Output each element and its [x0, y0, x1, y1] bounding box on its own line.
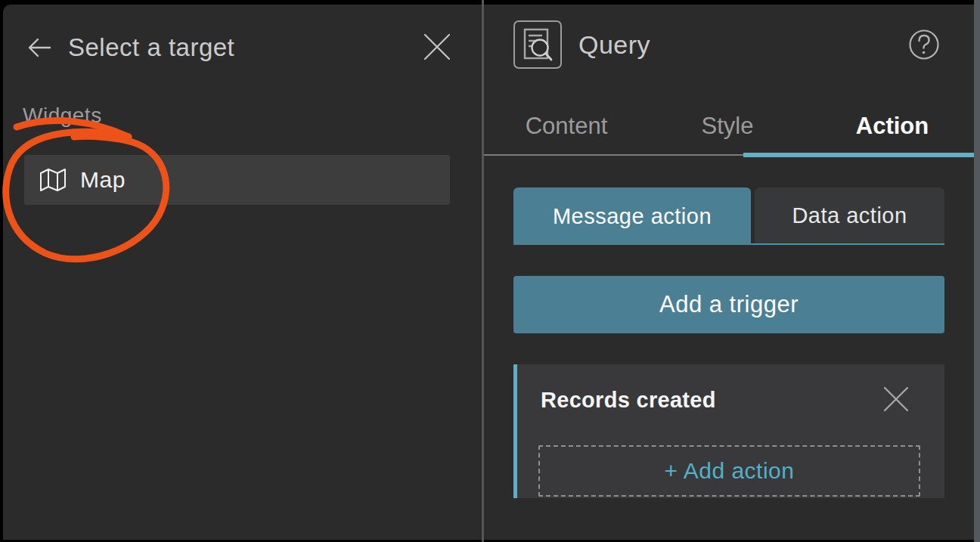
arrow-left-icon	[24, 35, 54, 60]
widget-title: Query	[578, 30, 650, 60]
action-type-switcher: Message action Data action	[513, 187, 944, 243]
query-widget-icon	[521, 27, 554, 62]
close-icon	[420, 30, 454, 63]
message-action-tab[interactable]: Message action	[513, 187, 751, 245]
back-button[interactable]	[24, 35, 54, 60]
panel-title: Select a target	[68, 33, 234, 62]
trigger-card-records-created: Records created + Add action	[513, 364, 944, 498]
help-icon	[908, 29, 940, 60]
query-widget-icon-box	[513, 20, 562, 69]
query-settings-panel: Query Content Style Action Message actio…	[484, 5, 974, 540]
trigger-card-accent-bar	[513, 364, 517, 498]
active-tab-underline	[743, 153, 974, 157]
tab-style[interactable]: Style	[702, 113, 754, 140]
widgets-section-label: Widgets	[23, 104, 102, 128]
tab-content[interactable]: Content	[526, 113, 608, 140]
add-action-button[interactable]: + Add action	[538, 445, 920, 497]
widget-label: Map	[80, 167, 126, 193]
add-trigger-button[interactable]: Add a trigger	[513, 276, 944, 333]
panel-divider	[482, 0, 484, 542]
trigger-card-title: Records created	[541, 388, 716, 413]
select-target-panel: Select a target Widgets Map	[3, 5, 482, 540]
close-panel-button[interactable]	[420, 30, 454, 63]
tab-baseline	[484, 154, 743, 156]
vertical-scrollbar[interactable]	[974, 0, 980, 542]
remove-trigger-button[interactable]	[881, 384, 911, 414]
tab-action[interactable]: Action	[856, 113, 929, 140]
help-button[interactable]	[908, 29, 940, 60]
map-icon	[39, 168, 67, 192]
widget-target-map[interactable]: Map	[24, 155, 450, 205]
app-stage: Select a target Widgets Map Query	[0, 0, 980, 542]
close-icon	[881, 384, 911, 414]
data-action-tab[interactable]: Data action	[755, 187, 944, 243]
